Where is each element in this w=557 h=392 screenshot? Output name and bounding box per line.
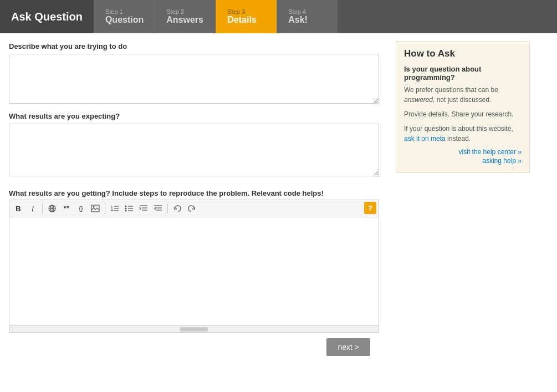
italic-button[interactable]: I	[26, 202, 39, 215]
editor-toolbar: B I “” {}	[9, 200, 379, 217]
sidebar-title: How to Ask	[404, 48, 522, 59]
help-button[interactable]: ?	[364, 202, 376, 214]
bold-button[interactable]: B	[12, 202, 25, 215]
image-button[interactable]	[89, 202, 102, 215]
unordered-list-button[interactable]	[122, 202, 136, 215]
divider-2	[105, 203, 105, 214]
visit-help-center-link[interactable]: visit the help center »	[404, 148, 522, 156]
editor-scrollbar[interactable]	[9, 325, 379, 332]
editor-body[interactable]	[9, 217, 379, 325]
how-to-ask-box: How to Ask Is your question about progra…	[396, 41, 530, 173]
field2-label: What results are you expecting?	[9, 112, 379, 120]
next-button[interactable]: next >	[326, 338, 370, 356]
divider-3	[167, 203, 168, 214]
svg-point-12	[125, 210, 127, 212]
quote-button[interactable]: “”	[60, 202, 73, 215]
svg-point-10	[125, 206, 127, 207]
indent-button[interactable]	[137, 202, 150, 215]
link-button[interactable]	[45, 202, 59, 215]
step-3[interactable]: Step 3 Details	[216, 0, 277, 33]
outdent-button[interactable]	[151, 202, 165, 215]
form-area: Describe what you are trying to do What …	[0, 33, 388, 392]
sidebar: How to Ask Is your question about progra…	[388, 33, 538, 392]
svg-point-5	[93, 206, 95, 208]
svg-rect-4	[91, 205, 99, 212]
step-1[interactable]: Step 1 Question	[94, 0, 155, 33]
field1-label: Describe what you are trying to do	[9, 42, 379, 50]
page-wrapper: Ask Question Step 1 Question Step 2 Answ…	[0, 0, 557, 392]
code-button[interactable]: {}	[74, 202, 88, 215]
ordered-list-button[interactable]: 1.	[108, 202, 121, 215]
rich-editor: B I “” {}	[9, 200, 379, 333]
field1-textarea[interactable]	[9, 54, 379, 104]
svg-point-11	[125, 208, 127, 210]
redo-button[interactable]	[185, 202, 198, 215]
undo-button[interactable]	[171, 202, 184, 215]
ask-question-title: Ask Question	[0, 0, 94, 33]
sidebar-para1: We prefer questions that can be answered…	[404, 85, 522, 105]
step-2[interactable]: Step 2 Answers	[155, 0, 216, 33]
step-4[interactable]: Step 4 Ask!	[277, 0, 338, 33]
ask-on-meta-link[interactable]: ask it on meta	[404, 135, 446, 142]
sidebar-links: visit the help center » asking help »	[404, 148, 522, 165]
field2-textarea[interactable]	[9, 124, 379, 176]
field3-label: What results are you getting? Include st…	[9, 189, 379, 197]
sidebar-para2: Provide details. Share your research.	[404, 109, 522, 119]
steps-header: Ask Question Step 1 Question Step 2 Answ…	[0, 0, 557, 33]
sidebar-para3: If your question is about this website, …	[404, 124, 522, 144]
main-content: Describe what you are trying to do What …	[0, 33, 557, 392]
next-btn-row: next >	[9, 333, 379, 362]
scrollbar-handle[interactable]	[180, 327, 208, 332]
divider-1	[42, 203, 43, 214]
sidebar-subheading: Is your question about programming?	[404, 65, 522, 82]
asking-help-link[interactable]: asking help »	[404, 157, 522, 165]
